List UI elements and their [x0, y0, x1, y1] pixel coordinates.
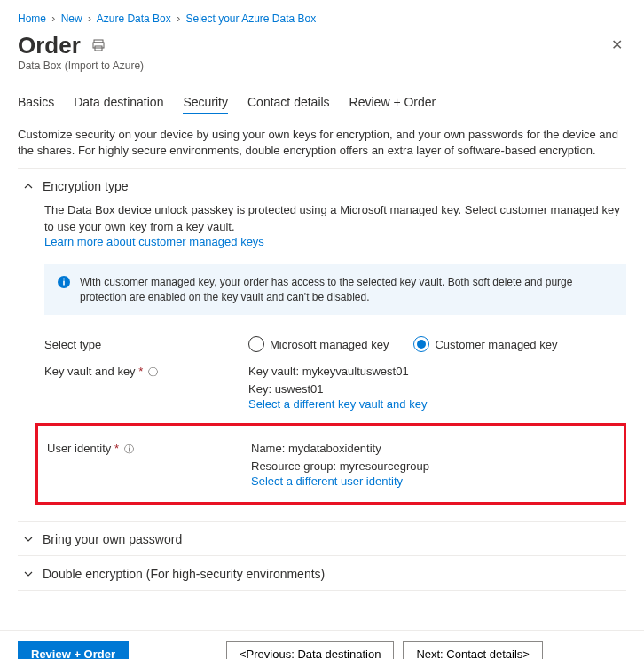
breadcrumb-select[interactable]: Select your Azure Data Box	[185, 12, 316, 25]
svg-point-5	[63, 278, 65, 279]
page-subtitle: Data Box (Import to Azure)	[18, 59, 626, 72]
identity-rg-label: Resource group:	[251, 459, 336, 473]
chevron-right-icon: ›	[85, 12, 94, 25]
print-icon[interactable]	[91, 38, 106, 52]
identity-rg-value: myresourcegroup	[340, 459, 429, 473]
breadcrumb: Home › New › Azure Data Box › Select you…	[18, 9, 626, 30]
section-byop-header[interactable]: Bring your own password	[18, 522, 626, 555]
key-vault-label: Key vault and key * ⓘ	[44, 363, 248, 411]
key-name-value: uswest01	[275, 382, 324, 396]
radio-label: Customer managed key	[435, 338, 557, 351]
chevron-down-icon	[23, 569, 34, 579]
identity-name-value: mydataboxidentity	[288, 442, 381, 455]
next-button[interactable]: Next: Contact details>	[403, 641, 543, 659]
section-double-encryption-header[interactable]: Double encryption (For high-security env…	[18, 556, 626, 590]
tab-review-order[interactable]: Review + Order	[349, 90, 436, 114]
radio-microsoft-managed-key[interactable]: Microsoft managed key	[248, 336, 389, 352]
section-title: Encryption type	[43, 179, 129, 193]
info-text: With customer managed key, your order ha…	[80, 275, 614, 305]
section-encryption-type-header[interactable]: Encryption type	[18, 169, 626, 202]
chevron-right-icon: ›	[49, 12, 58, 25]
select-different-key-vault-link[interactable]: Select a different key vault and key	[248, 397, 427, 411]
radio-label: Microsoft managed key	[270, 338, 389, 351]
encryption-description: The Data Box device unlock passkey is pr…	[44, 202, 626, 234]
section-title: Bring your own password	[43, 532, 182, 546]
tab-description: Customize security on your device by usi…	[18, 127, 626, 169]
info-icon[interactable]: ⓘ	[124, 443, 134, 454]
footer-bar: Review + Order <Previous: Data destinati…	[0, 630, 644, 659]
breadcrumb-databox[interactable]: Azure Data Box	[97, 12, 171, 25]
chevron-right-icon: ›	[174, 12, 183, 25]
tab-contact-details[interactable]: Contact details	[247, 90, 330, 114]
page-title: Order	[18, 32, 81, 59]
chevron-down-icon	[23, 534, 34, 545]
section-title: Double encryption (For high-security env…	[43, 567, 325, 581]
close-icon[interactable]: ✕	[611, 36, 626, 53]
learn-more-link[interactable]: Learn more about customer managed keys	[44, 235, 264, 248]
tab-bar: Basics Data destination Security Contact…	[18, 90, 626, 114]
info-icon[interactable]: ⓘ	[148, 366, 158, 377]
key-name-label: Key:	[248, 382, 271, 396]
key-vault-name-label: Key vault:	[248, 365, 299, 378]
tab-basics[interactable]: Basics	[18, 90, 54, 114]
breadcrumb-home[interactable]: Home	[18, 12, 46, 25]
review-order-button[interactable]: Review + Order	[18, 641, 129, 659]
svg-rect-4	[63, 280, 65, 285]
highlighted-region: User identity * ⓘ Name: mydataboxidentit…	[35, 423, 626, 505]
identity-name-label: Name:	[251, 442, 285, 455]
breadcrumb-new[interactable]: New	[61, 12, 82, 25]
select-different-identity-link[interactable]: Select a different user identity	[251, 475, 403, 488]
select-type-label: Select type	[44, 336, 248, 352]
user-identity-label: User identity * ⓘ	[47, 440, 251, 488]
info-icon	[57, 275, 71, 289]
key-vault-name-value: mykeyvaultuswest01	[302, 365, 409, 378]
previous-button[interactable]: <Previous: Data destination	[226, 641, 394, 659]
tab-security[interactable]: Security	[183, 90, 228, 114]
radio-customer-managed-key[interactable]: Customer managed key	[413, 336, 557, 352]
tab-data-destination[interactable]: Data destination	[74, 90, 163, 114]
info-banner: With customer managed key, your order ha…	[44, 264, 626, 316]
chevron-up-icon	[23, 181, 34, 192]
